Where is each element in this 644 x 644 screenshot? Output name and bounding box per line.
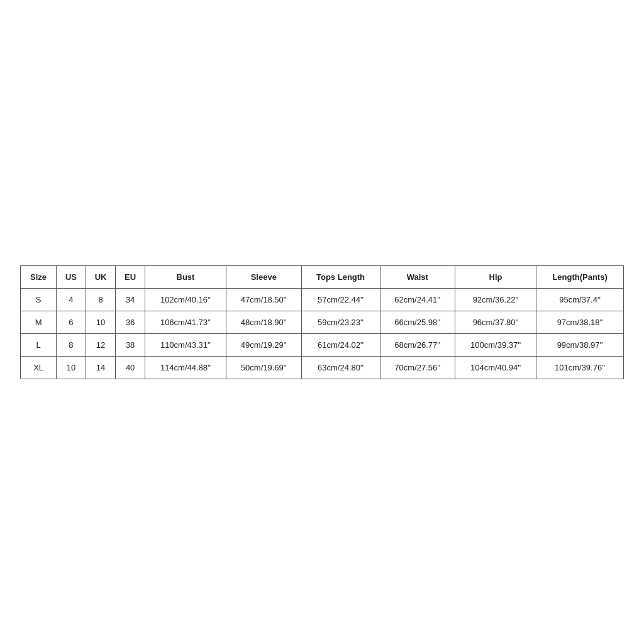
- cell-size-row0: S: [21, 288, 57, 311]
- cell-waist-row2: 68cm/26.77'': [380, 333, 455, 356]
- header-us: US: [57, 265, 86, 288]
- cell-sleeve-row1: 48cm/18.90'': [226, 311, 302, 333]
- cell-bust-row2: 110cm/43.31'': [145, 333, 226, 356]
- cell-eu-row2: 38: [116, 333, 145, 356]
- cell-bust-row1: 106cm/41.73'': [145, 311, 226, 333]
- cell-size-row2: L: [21, 333, 57, 356]
- cell-sleeve-row0: 47cm/18.50'': [226, 288, 302, 311]
- cell-bust-row0: 102cm/40.16'': [145, 288, 226, 311]
- cell-waist-row1: 66cm/25.98'': [380, 311, 455, 333]
- cell-tops_length-row1: 59cm/23.23'': [301, 311, 380, 333]
- header-length-pants: Length(Pants): [536, 265, 624, 288]
- cell-length_pants-row1: 97cm/38.18'': [536, 311, 624, 333]
- table-row: XL101440114cm/44.88''50cm/19.69''63cm/24…: [21, 356, 624, 379]
- header-waist: Waist: [380, 265, 455, 288]
- header-sleeve: Sleeve: [226, 265, 302, 288]
- table-row: S4834102cm/40.16''47cm/18.50''57cm/22.44…: [21, 288, 624, 311]
- cell-uk-row2: 12: [86, 333, 116, 356]
- cell-waist-row0: 62cm/24.41'': [380, 288, 455, 311]
- cell-us-row0: 4: [57, 288, 86, 311]
- cell-length_pants-row2: 99cm/38.97'': [536, 333, 624, 356]
- cell-hip-row2: 100cm/39.37'': [455, 333, 536, 356]
- cell-eu-row3: 40: [116, 356, 145, 379]
- cell-uk-row0: 8: [86, 288, 116, 311]
- table-row: M61036106cm/41.73''48cm/18.90''59cm/23.2…: [21, 311, 624, 333]
- cell-uk-row3: 14: [86, 356, 116, 379]
- cell-us-row3: 10: [57, 356, 86, 379]
- cell-length_pants-row3: 101cm/39.76'': [536, 356, 624, 379]
- header-size: Size: [21, 265, 57, 288]
- cell-uk-row1: 10: [86, 311, 116, 333]
- header-bust: Bust: [145, 265, 226, 288]
- cell-eu-row0: 34: [116, 288, 145, 311]
- cell-us-row1: 6: [57, 311, 86, 333]
- header-tops-length: Tops Length: [301, 265, 380, 288]
- cell-tops_length-row2: 61cm/24.02'': [301, 333, 380, 356]
- cell-waist-row3: 70cm/27.56'': [380, 356, 455, 379]
- cell-length_pants-row0: 95cm/37.4'': [536, 288, 624, 311]
- cell-size-row1: M: [21, 311, 57, 333]
- cell-bust-row3: 114cm/44.88'': [145, 356, 226, 379]
- cell-hip-row3: 104cm/40.94'': [455, 356, 536, 379]
- cell-hip-row1: 96cm/37.80'': [455, 311, 536, 333]
- size-chart-container: Size US UK EU Bust Sleeve Tops Length Wa…: [20, 265, 624, 379]
- cell-hip-row0: 92cm/36.22'': [455, 288, 536, 311]
- header-eu: EU: [116, 265, 145, 288]
- cell-sleeve-row3: 50cm/19.69'': [226, 356, 302, 379]
- cell-size-row3: XL: [21, 356, 57, 379]
- table-header-row: Size US UK EU Bust Sleeve Tops Length Wa…: [21, 265, 624, 288]
- size-chart-table: Size US UK EU Bust Sleeve Tops Length Wa…: [20, 265, 624, 379]
- cell-tops_length-row0: 57cm/22.44'': [301, 288, 380, 311]
- cell-sleeve-row2: 49cm/19.29'': [226, 333, 302, 356]
- table-row: L81238110cm/43.31''49cm/19.29''61cm/24.0…: [21, 333, 624, 356]
- cell-us-row2: 8: [57, 333, 86, 356]
- cell-tops_length-row3: 63cm/24.80'': [301, 356, 380, 379]
- header-hip: Hip: [455, 265, 536, 288]
- cell-eu-row1: 36: [116, 311, 145, 333]
- header-uk: UK: [86, 265, 116, 288]
